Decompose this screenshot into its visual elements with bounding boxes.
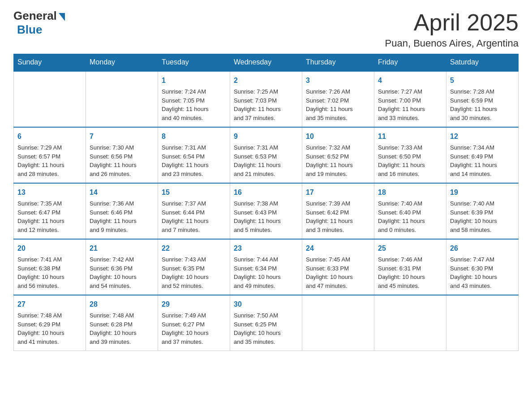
day-info-line: Sunset: 6:50 PM bbox=[378, 152, 442, 161]
day-info-line: Sunset: 6:47 PM bbox=[17, 208, 82, 217]
calendar-cell: 7Sunrise: 7:30 AMSunset: 6:56 PMDaylight… bbox=[86, 127, 158, 183]
day-info-line: Daylight: 10 hours bbox=[90, 273, 154, 282]
day-info-line: Sunset: 6:49 PM bbox=[450, 152, 515, 161]
day-info-line: and 23 minutes. bbox=[162, 170, 226, 179]
day-info-line: and 26 minutes. bbox=[90, 170, 154, 179]
day-info-line: and 30 minutes. bbox=[450, 114, 515, 123]
day-info-line: Sunrise: 7:49 AM bbox=[162, 311, 226, 320]
calendar-week-row: 1Sunrise: 7:24 AMSunset: 7:05 PMDaylight… bbox=[14, 71, 519, 127]
day-info-line: Sunrise: 7:31 AM bbox=[162, 143, 226, 152]
day-info-line: Sunrise: 7:41 AM bbox=[17, 255, 82, 264]
day-info-line: Sunrise: 7:40 AM bbox=[378, 199, 442, 208]
day-info-line: Sunset: 6:28 PM bbox=[90, 320, 154, 329]
day-number: 20 bbox=[17, 243, 82, 254]
day-info-line: and 56 minutes. bbox=[17, 282, 82, 291]
day-number: 28 bbox=[90, 299, 154, 310]
day-info-line: Sunset: 7:05 PM bbox=[162, 96, 226, 105]
day-info-line: Sunset: 6:38 PM bbox=[17, 264, 82, 273]
day-number: 21 bbox=[90, 243, 154, 254]
day-info-line: Sunset: 6:52 PM bbox=[306, 152, 370, 161]
day-info-line: Daylight: 10 hours bbox=[90, 329, 154, 338]
day-info-line: and 39 minutes. bbox=[90, 338, 154, 347]
day-number: 22 bbox=[162, 243, 226, 254]
calendar-cell: 2Sunrise: 7:25 AMSunset: 7:03 PMDaylight… bbox=[230, 71, 302, 127]
day-info-line: Sunrise: 7:50 AM bbox=[234, 311, 298, 320]
logo: General Blue bbox=[13, 9, 65, 37]
day-info-line: Sunset: 6:44 PM bbox=[162, 208, 226, 217]
day-info-line: and 33 minutes. bbox=[378, 114, 442, 123]
day-number: 9 bbox=[234, 131, 298, 142]
calendar-cell bbox=[86, 71, 158, 127]
logo-general-text: General bbox=[13, 9, 57, 23]
day-info-line: and 58 minutes. bbox=[450, 226, 515, 235]
day-info-line: Sunrise: 7:30 AM bbox=[90, 143, 154, 152]
calendar-cell: 30Sunrise: 7:50 AMSunset: 6:25 PMDayligh… bbox=[230, 295, 302, 351]
day-info-line: Sunrise: 7:32 AM bbox=[306, 143, 370, 152]
day-info-line: Sunrise: 7:31 AM bbox=[234, 143, 298, 152]
day-info-line: Sunset: 7:03 PM bbox=[234, 96, 298, 105]
location-text: Puan, Buenos Aires, Argentina bbox=[385, 38, 519, 49]
day-info-line: Daylight: 11 hours bbox=[90, 161, 154, 170]
calendar-table: SundayMondayTuesdayWednesdayThursdayFrid… bbox=[13, 54, 519, 351]
calendar-cell: 17Sunrise: 7:39 AMSunset: 6:42 PMDayligh… bbox=[302, 183, 374, 239]
day-number: 24 bbox=[306, 243, 370, 254]
calendar-cell: 13Sunrise: 7:35 AMSunset: 6:47 PMDayligh… bbox=[14, 183, 86, 239]
calendar-cell: 24Sunrise: 7:45 AMSunset: 6:33 PMDayligh… bbox=[302, 239, 374, 295]
day-info-line: Daylight: 10 hours bbox=[162, 273, 226, 282]
day-info-line: and 45 minutes. bbox=[378, 282, 442, 291]
day-info-line: Sunrise: 7:38 AM bbox=[234, 199, 298, 208]
day-info-line: Sunset: 6:39 PM bbox=[450, 208, 515, 217]
day-info-line: Daylight: 11 hours bbox=[162, 217, 226, 226]
calendar-cell: 26Sunrise: 7:47 AMSunset: 6:30 PMDayligh… bbox=[446, 239, 519, 295]
calendar-cell: 25Sunrise: 7:46 AMSunset: 6:31 PMDayligh… bbox=[374, 239, 446, 295]
day-info-line: Sunrise: 7:29 AM bbox=[17, 143, 82, 152]
day-info-line: Sunset: 6:54 PM bbox=[162, 152, 226, 161]
calendar-cell: 6Sunrise: 7:29 AMSunset: 6:57 PMDaylight… bbox=[14, 127, 86, 183]
day-info-line: Sunrise: 7:34 AM bbox=[450, 143, 515, 152]
day-info-line: Sunrise: 7:47 AM bbox=[450, 255, 515, 264]
day-info-line: and 37 minutes. bbox=[234, 114, 298, 123]
day-info-line: and 43 minutes. bbox=[450, 282, 515, 291]
day-info-line: Sunset: 7:02 PM bbox=[306, 96, 370, 105]
calendar-cell: 19Sunrise: 7:40 AMSunset: 6:39 PMDayligh… bbox=[446, 183, 519, 239]
day-info-line: and 5 minutes. bbox=[234, 226, 298, 235]
day-info-line: Sunrise: 7:24 AM bbox=[162, 87, 226, 96]
calendar-day-header: Tuesday bbox=[158, 54, 230, 71]
day-number: 8 bbox=[162, 131, 226, 142]
day-info-line: Daylight: 11 hours bbox=[234, 217, 298, 226]
day-info-line: Sunset: 6:36 PM bbox=[90, 264, 154, 273]
calendar-cell bbox=[14, 71, 86, 127]
day-number: 2 bbox=[234, 75, 298, 86]
day-info-line: and 9 minutes. bbox=[90, 226, 154, 235]
day-info-line: and 3 minutes. bbox=[306, 226, 370, 235]
day-info-line: Sunset: 6:27 PM bbox=[162, 320, 226, 329]
day-number: 26 bbox=[450, 243, 515, 254]
day-info-line: Sunset: 6:56 PM bbox=[90, 152, 154, 161]
day-number: 13 bbox=[17, 187, 82, 198]
day-info-line: and 21 minutes. bbox=[234, 170, 298, 179]
calendar-cell: 10Sunrise: 7:32 AMSunset: 6:52 PMDayligh… bbox=[302, 127, 374, 183]
day-info-line: Sunset: 6:57 PM bbox=[17, 152, 82, 161]
day-info-line: Daylight: 11 hours bbox=[378, 217, 442, 226]
day-number: 15 bbox=[162, 187, 226, 198]
calendar-cell: 12Sunrise: 7:34 AMSunset: 6:49 PMDayligh… bbox=[446, 127, 519, 183]
calendar-cell: 18Sunrise: 7:40 AMSunset: 6:40 PMDayligh… bbox=[374, 183, 446, 239]
day-number: 12 bbox=[450, 131, 515, 142]
day-number: 27 bbox=[17, 299, 82, 310]
day-number: 7 bbox=[90, 131, 154, 142]
day-info-line: and 52 minutes. bbox=[162, 282, 226, 291]
day-info-line: Sunset: 6:35 PM bbox=[162, 264, 226, 273]
day-info-line: Daylight: 11 hours bbox=[450, 161, 515, 170]
day-info-line: Daylight: 10 hours bbox=[162, 329, 226, 338]
day-number: 19 bbox=[450, 187, 515, 198]
day-info-line: Sunrise: 7:43 AM bbox=[162, 255, 226, 264]
day-info-line: and 16 minutes. bbox=[378, 170, 442, 179]
day-info-line: and 35 minutes. bbox=[234, 338, 298, 347]
calendar-cell bbox=[374, 295, 446, 351]
day-info-line: Daylight: 10 hours bbox=[450, 217, 515, 226]
calendar-cell: 14Sunrise: 7:36 AMSunset: 6:46 PMDayligh… bbox=[86, 183, 158, 239]
day-info-line: Sunrise: 7:26 AM bbox=[306, 87, 370, 96]
day-info-line: Daylight: 10 hours bbox=[234, 329, 298, 338]
calendar-cell: 29Sunrise: 7:49 AMSunset: 6:27 PMDayligh… bbox=[158, 295, 230, 351]
calendar-cell: 8Sunrise: 7:31 AMSunset: 6:54 PMDaylight… bbox=[158, 127, 230, 183]
